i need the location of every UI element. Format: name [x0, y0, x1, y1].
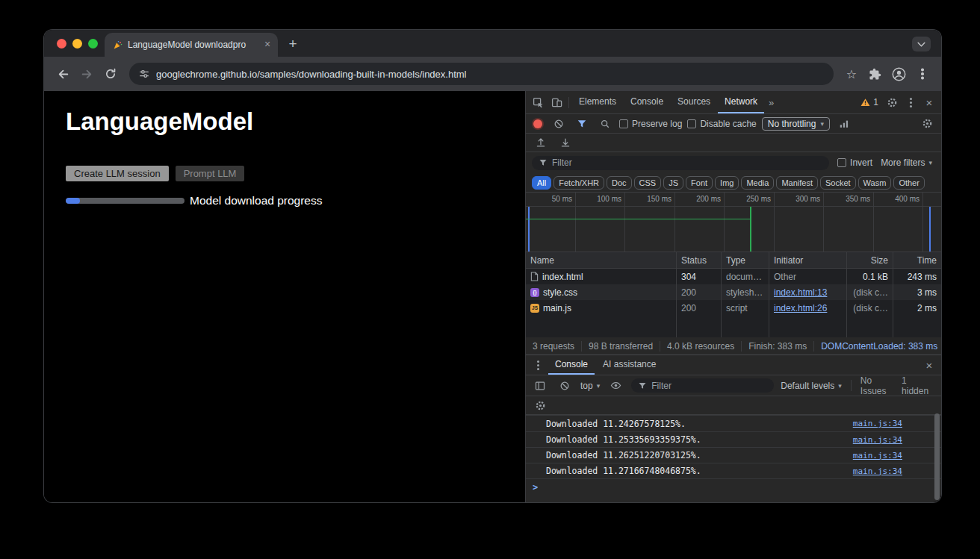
initiator-link[interactable]: index.html:13 [774, 287, 827, 298]
create-session-button[interactable]: Create LLM session [66, 166, 169, 181]
checkbox-icon[interactable] [837, 158, 846, 167]
console-prompt[interactable]: > [526, 479, 941, 496]
request-row[interactable]: index.html 304 docum… Other 0.1 kB 243 m… [526, 269, 941, 284]
throttling-select[interactable]: No throttling ▾ [762, 117, 830, 131]
console-filter-input[interactable] [631, 378, 774, 393]
console-drawer-header: Console AI assistance × [526, 355, 941, 375]
column-header-name[interactable]: Name [526, 252, 677, 268]
column-header-time[interactable]: Time [893, 252, 941, 268]
window-zoom-button[interactable] [88, 39, 98, 49]
network-conditions-button[interactable] [835, 115, 853, 133]
window-minimize-button[interactable] [72, 39, 82, 49]
address-bar[interactable] [129, 63, 834, 85]
column-header-size[interactable]: Size [847, 252, 893, 268]
extensions-button[interactable] [863, 63, 886, 85]
import-har-button[interactable] [532, 134, 550, 152]
network-overview[interactable]: 50 ms 100 ms 150 ms 200 ms 250 ms 300 ms… [526, 193, 941, 252]
initiator-link[interactable]: index.html:26 [774, 303, 827, 313]
filter-input[interactable] [552, 157, 822, 168]
drawer-tab-ai-assistance[interactable]: AI assistance [596, 355, 663, 375]
export-har-button[interactable] [556, 134, 574, 152]
reload-button[interactable] [99, 63, 122, 85]
resource-chip[interactable]: Font [686, 176, 713, 190]
context-selector[interactable]: top ▾ [580, 381, 600, 391]
resource-chip[interactable]: Fetch/XHR [553, 176, 604, 190]
browser-menu-button[interactable] [911, 63, 934, 85]
resource-chip[interactable]: Socket [820, 176, 856, 190]
devtools-menu-button[interactable] [902, 93, 919, 111]
more-tabs-button[interactable]: » [765, 97, 778, 108]
forward-button[interactable] [75, 63, 98, 85]
clear-network-button[interactable] [550, 115, 568, 133]
resource-chip[interactable]: Wasm [858, 176, 892, 190]
dcl-marker [750, 207, 751, 252]
summary-resources: 4.0 kB resources [660, 341, 742, 352]
tab-close-button[interactable]: × [261, 39, 273, 51]
resource-chip[interactable]: Img [715, 176, 739, 190]
resource-chip[interactable]: Manifest [776, 176, 818, 190]
devtools-close-button[interactable]: × [920, 93, 938, 111]
window-close-button[interactable] [57, 39, 66, 49]
hidden-messages-count[interactable]: 1 hidden [902, 375, 936, 396]
caret-down-icon: ▾ [820, 120, 824, 128]
request-initiator: Other [769, 269, 847, 284]
checkbox-icon[interactable] [687, 119, 696, 128]
resource-chip[interactable]: Doc [607, 176, 632, 190]
source-link[interactable]: main.js:34 [853, 435, 902, 445]
network-search-button[interactable] [596, 115, 614, 133]
network-filter-input[interactable] [532, 156, 829, 170]
source-link[interactable]: main.js:34 [853, 466, 902, 476]
disable-cache-checkbox[interactable]: Disable cache [687, 119, 756, 129]
drawer-close-button[interactable]: × [920, 356, 938, 374]
tab-search-button[interactable] [912, 37, 931, 51]
site-info-icon[interactable] [139, 69, 149, 79]
resource-chip-all[interactable]: All [532, 176, 551, 190]
column-header-status[interactable]: Status [677, 252, 722, 268]
column-header-type[interactable]: Type [722, 252, 769, 268]
source-link[interactable]: main.js:34 [853, 419, 902, 428]
tab-elements[interactable]: Elements [572, 91, 623, 113]
url-input[interactable] [156, 69, 824, 80]
devtools-settings-button[interactable] [883, 93, 901, 111]
new-tab-button[interactable]: + [282, 34, 303, 54]
inspect-element-button[interactable] [529, 93, 547, 111]
drawer-tab-console[interactable]: Console [548, 355, 595, 375]
checkbox-icon[interactable] [619, 119, 628, 128]
console-settings-button[interactable] [531, 396, 549, 414]
issues-warning[interactable]: 1 [857, 97, 882, 107]
clear-console-button[interactable] [556, 377, 574, 395]
request-row[interactable]: {} style.css 200 stylesh… index.html:13 … [526, 284, 941, 300]
back-button[interactable] [52, 63, 74, 85]
request-row[interactable]: JS main.js 200 script index.html:26 (dis… [526, 300, 941, 316]
more-filters-button[interactable]: More filters ▾ [881, 157, 935, 168]
profile-button[interactable] [887, 63, 910, 85]
network-settings-button[interactable] [918, 115, 936, 133]
console-sidebar-button[interactable] [531, 377, 549, 395]
browser-tab[interactable]: LanguageModel downloadpro × [105, 33, 278, 57]
resource-chip[interactable]: CSS [634, 176, 662, 190]
bookmark-star-icon[interactable]: ☆ [841, 67, 862, 81]
resource-chip[interactable]: JS [663, 176, 683, 190]
tab-network[interactable]: Network [718, 91, 764, 113]
document-icon [530, 272, 539, 281]
scrollbar-thumb[interactable] [934, 413, 940, 500]
drawer-menu-button[interactable] [529, 356, 547, 374]
tab-sources[interactable]: Sources [671, 91, 717, 113]
invert-checkbox[interactable]: Invert [837, 157, 872, 168]
tab-console[interactable]: Console [624, 91, 670, 113]
preserve-log-checkbox[interactable]: Preserve log [619, 119, 682, 129]
resource-chip[interactable]: Other [893, 176, 925, 190]
request-status: 200 [677, 300, 722, 316]
prompt-llm-button[interactable]: Prompt LLM [176, 166, 245, 181]
no-issues-status[interactable]: No Issues [860, 375, 895, 396]
resource-chip[interactable]: Media [741, 176, 774, 190]
network-filter-toggle-button[interactable] [573, 115, 591, 133]
log-levels-select[interactable]: Default levels ▾ [781, 381, 842, 391]
source-link[interactable]: main.js:34 [853, 451, 902, 460]
invert-label: Invert [850, 157, 872, 168]
record-button[interactable] [533, 119, 542, 128]
device-toolbar-button[interactable] [548, 93, 565, 111]
column-header-initiator[interactable]: Initiator [769, 252, 847, 268]
console-eye-button[interactable] [607, 377, 624, 395]
console-filter-field[interactable] [651, 381, 767, 391]
